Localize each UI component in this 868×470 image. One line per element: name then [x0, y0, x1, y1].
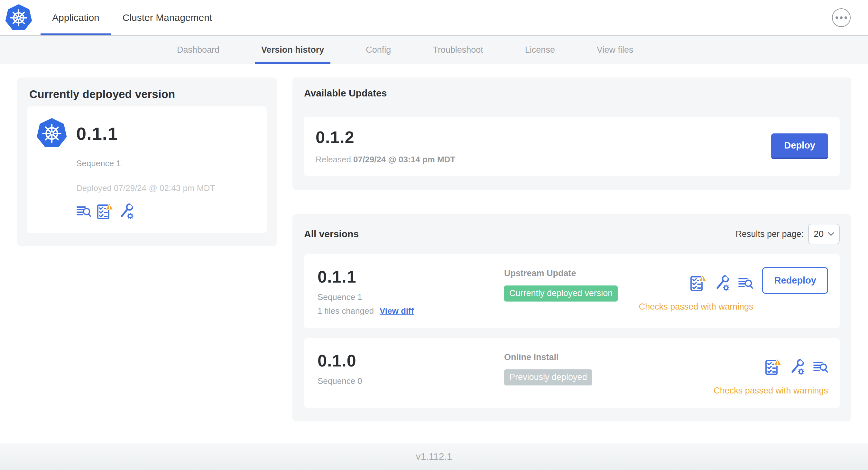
released-label: Released — [316, 155, 351, 164]
subnav-view-files-label: View files — [597, 45, 633, 55]
subnav-item-troubleshoot[interactable]: Troubleshoot — [426, 36, 490, 64]
subnav-item-view-files[interactable]: View files — [590, 36, 640, 64]
edit-config-icon[interactable] — [715, 274, 730, 291]
subnav-item-license[interactable]: License — [519, 36, 561, 64]
header-actions — [832, 8, 850, 27]
current-version-sequence: Sequence 1 — [76, 159, 257, 168]
results-per-page-value: 20 — [814, 229, 824, 239]
tab-cluster-management-label: Cluster Management — [123, 12, 212, 23]
update-version-number: 0.1.2 — [316, 128, 455, 147]
version-row-0-1-0: 0.1.0 Sequence 0 Online Install Previous… — [304, 338, 840, 408]
status-badge: Previously deployed — [504, 369, 592, 385]
version-row-0-1-1: 0.1.1 Sequence 1 1 files changed View di… — [304, 254, 840, 328]
chevron-down-icon — [828, 232, 834, 236]
app-footer: v1.112.1 — [0, 443, 868, 470]
files-changed-label: 1 files changed — [317, 306, 374, 316]
current-version-number: 0.1.1 — [76, 123, 118, 144]
subnav-item-dashboard[interactable]: Dashboard — [170, 36, 226, 64]
subnav-item-version-history[interactable]: Version history — [255, 36, 331, 64]
available-updates-title: Available Updates — [304, 88, 840, 99]
subnav-dashboard-label: Dashboard — [177, 45, 219, 55]
app-header: Application Cluster Management — [0, 0, 868, 36]
row-version-number: 0.1.0 — [317, 351, 504, 370]
subnav-config-label: Config — [366, 45, 391, 55]
preflight-checks-warning-icon[interactable] — [690, 274, 707, 291]
header-tabs: Application Cluster Management — [40, 0, 224, 35]
deploy-logs-icon[interactable] — [76, 205, 91, 217]
subnav-license-label: License — [525, 45, 555, 55]
kubernetes-app-icon — [37, 118, 67, 149]
deploy-logs-icon[interactable] — [738, 276, 753, 289]
status-badge: Currently deployed version — [504, 286, 618, 302]
edit-config-icon[interactable] — [119, 203, 134, 220]
app-subnav: Dashboard Version history Config Trouble… — [0, 36, 868, 64]
row-sequence: Sequence 1 — [317, 292, 504, 302]
subnav-item-config[interactable]: Config — [359, 36, 397, 64]
row-version-number: 0.1.1 — [317, 267, 504, 287]
tab-application[interactable]: Application — [40, 0, 111, 35]
redeploy-button[interactable]: Redeploy — [762, 267, 828, 294]
results-per-page-select[interactable]: 20 — [808, 224, 840, 244]
row-sequence: Sequence 0 — [317, 376, 504, 386]
subnav-troubleshoot-label: Troubleshoot — [433, 45, 483, 55]
main-content: Currently deployed version 0.1.1 Sequenc… — [0, 64, 868, 443]
kubernetes-logo-icon — [5, 4, 32, 32]
tab-cluster-management[interactable]: Cluster Management — [111, 0, 224, 35]
view-diff-link[interactable]: View diff — [380, 306, 414, 316]
version-source-label: Online Install — [504, 352, 714, 362]
all-versions-title: All versions — [304, 229, 359, 239]
tab-application-label: Application — [52, 12, 99, 23]
preflight-checks-warning-icon[interactable] — [765, 359, 782, 375]
preflight-checks-warning-icon[interactable] — [96, 203, 114, 220]
available-update-card: 0.1.2 Released 07/29/24 @ 03:14 pm MDT D… — [304, 117, 840, 176]
edit-config-icon[interactable] — [790, 359, 805, 375]
update-released-timestamp: Released 07/29/24 @ 03:14 pm MDT — [316, 155, 455, 165]
deploy-button[interactable]: Deploy — [771, 133, 828, 159]
deploy-logs-icon[interactable] — [813, 360, 828, 373]
all-versions-panel: All versions Results per page: 20 0.1.1 … — [292, 214, 851, 422]
subnav-version-history-label: Version history — [261, 45, 324, 55]
results-per-page-label: Results per page: — [736, 229, 804, 239]
right-column: Available Updates 0.1.2 Released 07/29/2… — [292, 77, 851, 422]
currently-deployed-title: Currently deployed version — [29, 88, 267, 101]
more-options-icon[interactable] — [832, 8, 850, 27]
console-version-text: v1.112.1 — [416, 451, 452, 462]
current-version-deployed-timestamp: Deployed 07/29/24 @ 02:43 pm MDT — [76, 183, 257, 193]
preflight-status-text: Checks passed with warnings — [714, 386, 828, 396]
currently-deployed-panel: Currently deployed version 0.1.1 Sequenc… — [17, 77, 277, 246]
version-source-label: Upstream Update — [504, 268, 639, 278]
available-updates-panel: Available Updates 0.1.2 Released 07/29/2… — [292, 77, 851, 190]
preflight-status-text: Checks passed with warnings — [639, 302, 753, 312]
currently-deployed-card: 0.1.1 Sequence 1 Deployed 07/29/24 @ 02:… — [27, 106, 267, 233]
released-value: 07/29/24 @ 03:14 pm MDT — [353, 155, 455, 164]
